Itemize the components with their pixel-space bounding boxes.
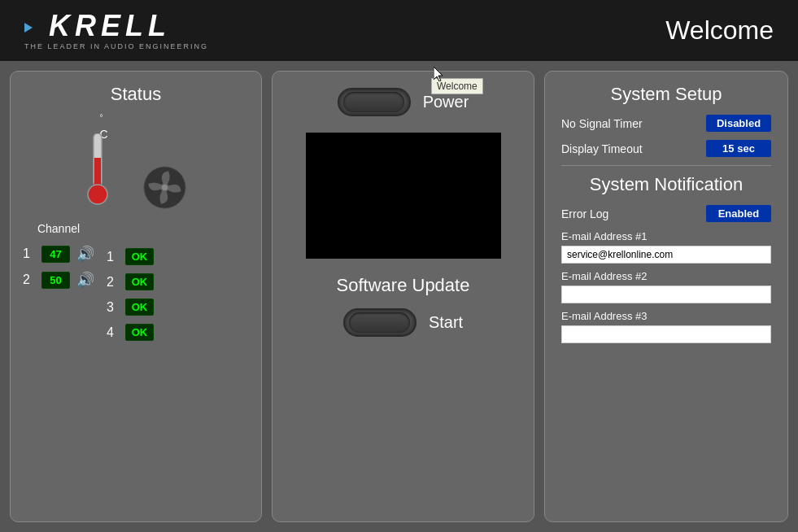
status-panel: Status ° C [10, 71, 262, 522]
output-status-4: OK [125, 324, 154, 341]
power-row: Power [338, 88, 469, 116]
system-notification-title: System Notification [561, 174, 771, 195]
output-num-2: 2 [107, 275, 119, 290]
output-status-3: OK [125, 299, 154, 316]
divider-1 [561, 165, 771, 166]
email1-input[interactable] [561, 246, 771, 264]
channel-temp-1: 47 [41, 246, 70, 263]
display-timeout-value[interactable]: 15 sec [706, 140, 771, 157]
thermometer: ° C [85, 117, 110, 210]
status-indicators: ° C [23, 117, 249, 210]
email1-group: E-mail Address #1 [561, 230, 771, 264]
no-signal-timer-label: No Signal Timer [561, 117, 643, 130]
error-log-row: Error Log Enabled [561, 205, 771, 222]
fan-icon [142, 165, 187, 210]
output-row-1: 1 OK [107, 248, 154, 265]
header: KRELL THE LEADER IN AUDIO ENGINEERING We… [0, 0, 798, 61]
error-log-value[interactable]: Enabled [706, 205, 771, 222]
logo-triangle-icon [24, 23, 33, 33]
svg-point-3 [88, 185, 107, 204]
channel-section: Channel 1 47 🔊 2 50 🔊 1 OK [23, 222, 249, 349]
output-row-3: 3 OK [107, 299, 154, 316]
toggle-inner [343, 92, 404, 112]
logo-subtitle: THE LEADER IN AUDIO ENGINEERING [24, 42, 208, 50]
channel-num-2: 2 [23, 273, 35, 287]
speaker-icon-2: 🔊 [76, 271, 94, 289]
power-toggle[interactable] [338, 88, 411, 116]
display-area [306, 133, 501, 259]
main-content: Status ° C [0, 61, 798, 532]
email2-input[interactable] [561, 286, 771, 303]
system-setup-panel: System Setup No Signal Timer Disabled Di… [544, 71, 788, 522]
error-log-label: Error Log [561, 207, 608, 220]
svg-rect-2 [94, 158, 101, 186]
start-label: Start [429, 313, 463, 332]
software-update-title: Software Update [337, 275, 470, 296]
page-title: Welcome [665, 15, 774, 46]
start-toggle[interactable] [343, 308, 416, 337]
center-panel: Power Software Update Start [272, 71, 534, 522]
no-signal-timer-value[interactable]: Disabled [706, 115, 771, 132]
status-title: Status [23, 84, 249, 105]
logo-text: KRELL [49, 9, 171, 42]
display-timeout-label: Display Timeout [561, 142, 643, 155]
no-signal-timer-row: No Signal Timer Disabled [561, 115, 771, 132]
svg-point-6 [161, 185, 167, 190]
logo: KRELL [24, 11, 171, 41]
email3-input[interactable] [561, 325, 771, 343]
display-timeout-row: Display Timeout 15 sec [561, 140, 771, 157]
speaker-icon-1: 🔊 [76, 245, 94, 263]
channel-header: Channel [37, 222, 80, 235]
channel-num-1: 1 [23, 246, 35, 261]
start-row: Start [343, 308, 463, 337]
email2-label: E-mail Address #2 [561, 270, 771, 282]
output-status-2: OK [125, 273, 154, 290]
email3-group: E-mail Address #3 [561, 310, 771, 343]
channel-row-2: 2 50 🔊 [23, 271, 94, 289]
output-num-3: 3 [107, 300, 119, 315]
start-toggle-inner [349, 312, 410, 333]
email1-label: E-mail Address #1 [561, 230, 771, 242]
output-row-2: 2 OK [107, 273, 154, 290]
email3-label: E-mail Address #3 [561, 310, 771, 322]
channel-row-1: 1 47 🔊 [23, 245, 94, 263]
power-label: Power [423, 93, 469, 111]
channel-temp-2: 50 [41, 272, 70, 289]
output-num-4: 4 [107, 325, 119, 340]
output-row-4: 4 OK [107, 324, 154, 341]
fan [142, 165, 187, 210]
logo-area: KRELL THE LEADER IN AUDIO ENGINEERING [24, 11, 208, 50]
output-status-1: OK [125, 248, 154, 265]
email2-group: E-mail Address #2 [561, 270, 771, 303]
thermometer-icon [85, 133, 110, 207]
output-num-1: 1 [107, 250, 119, 264]
system-setup-title: System Setup [561, 84, 771, 105]
